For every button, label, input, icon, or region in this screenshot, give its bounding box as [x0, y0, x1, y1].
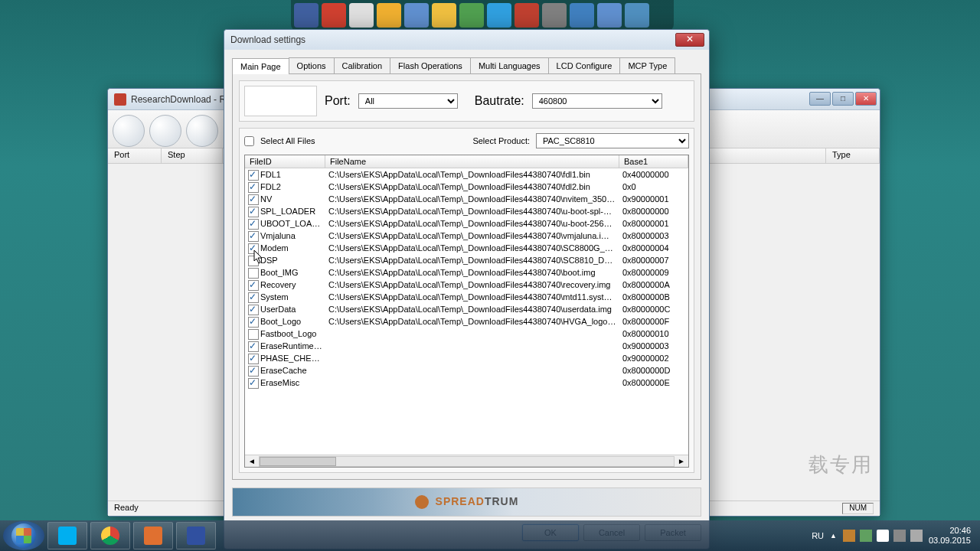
- row-checkbox[interactable]: [248, 194, 259, 205]
- row-filename: [325, 328, 619, 340]
- table-row[interactable]: EraseCache0x8000000D: [245, 364, 688, 377]
- tray-arrow-icon[interactable]: ▲: [830, 532, 837, 540]
- dock-item-10[interactable]: [570, 3, 594, 28]
- dock-item-1[interactable]: [322, 3, 346, 28]
- table-row[interactable]: PHASE_CHECK0x90000002: [245, 352, 688, 364]
- row-fileid: Modem: [260, 243, 289, 253]
- scroll-thumb[interactable]: [260, 457, 336, 466]
- tab-lcd-configure[interactable]: LCD Configure: [548, 57, 621, 73]
- row-checkbox[interactable]: [248, 378, 259, 389]
- tray-icon-2[interactable]: [860, 530, 872, 542]
- taskbar-chrome[interactable]: [90, 522, 130, 549]
- dock-item-11[interactable]: [597, 3, 622, 28]
- taskbar-app2[interactable]: [176, 522, 216, 549]
- clock-time: 20:46: [929, 526, 971, 536]
- table-row[interactable]: VmjalunaC:\Users\EKS\AppData\Local\Temp\…: [245, 230, 688, 242]
- settings-gear-icon[interactable]: [113, 115, 145, 147]
- col-step[interactable]: Step: [162, 148, 223, 163]
- tab-flash-operations[interactable]: Flash Operations: [390, 57, 471, 73]
- port-select[interactable]: All: [358, 93, 458, 109]
- table-row[interactable]: NVC:\Users\EKS\AppData\Local\Temp\_Downl…: [245, 193, 688, 205]
- col-port[interactable]: Port: [108, 148, 162, 163]
- tray-network-icon[interactable]: [893, 530, 906, 542]
- tab-calibration[interactable]: Calibration: [334, 57, 391, 73]
- table-row[interactable]: SystemC:\Users\EKS\AppData\Local\Temp\_D…: [245, 291, 688, 303]
- start-button[interactable]: [3, 521, 44, 550]
- row-base: 0x90000001: [619, 193, 688, 205]
- dock-item-7[interactable]: [487, 3, 511, 28]
- row-fileid: EraseCache: [260, 366, 307, 375]
- product-select[interactable]: PAC_SC8810: [536, 133, 689, 148]
- row-base: 0x8000000E: [619, 377, 688, 389]
- config-gear-icon[interactable]: [149, 115, 181, 147]
- header-fileid[interactable]: FileID: [245, 155, 325, 168]
- row-checkbox[interactable]: [248, 366, 259, 377]
- dock-item-8[interactable]: [514, 3, 539, 28]
- table-row[interactable]: Fastboot_Logo0x80000010: [245, 328, 688, 340]
- tray-flag-icon[interactable]: [877, 530, 889, 542]
- table-row[interactable]: RecoveryC:\Users\EKS\AppData\Local\Temp\…: [245, 279, 688, 291]
- close-button[interactable]: ✕: [855, 92, 877, 106]
- tab-main-page[interactable]: Main Page: [232, 58, 289, 74]
- row-checkbox[interactable]: [248, 292, 259, 303]
- tray-icon-1[interactable]: [843, 530, 855, 542]
- preview-box: [244, 86, 317, 116]
- table-row[interactable]: EraseMisc0x8000000E: [245, 377, 688, 389]
- table-row[interactable]: Boot_IMGC:\Users\EKS\AppData\Local\Temp\…: [245, 266, 688, 279]
- minimize-button[interactable]: —: [809, 92, 831, 106]
- row-checkbox[interactable]: [248, 268, 259, 279]
- table-row[interactable]: EraseRuntimeNV0x90000003: [245, 340, 688, 352]
- row-checkbox[interactable]: [248, 256, 259, 266]
- table-row[interactable]: UBOOT_LOADERC:\Users\EKS\AppData\Local\T…: [245, 217, 688, 230]
- play-icon[interactable]: [186, 115, 218, 147]
- baudrate-select[interactable]: 460800: [532, 93, 662, 109]
- table-row[interactable]: SPL_LOADERC:\Users\EKS\AppData\Local\Tem…: [245, 205, 688, 217]
- tab-options[interactable]: Options: [289, 57, 335, 73]
- header-filename[interactable]: FileName: [325, 155, 619, 168]
- dock-item-6[interactable]: [459, 3, 484, 28]
- clock[interactable]: 20:46 03.09.2015: [929, 526, 971, 546]
- horizontal-scrollbar[interactable]: ◄ ►: [245, 455, 688, 467]
- table-row[interactable]: FDL2C:\Users\EKS\AppData\Local\Temp\_Dow…: [245, 181, 688, 193]
- tab-multi-languages[interactable]: Multi Languages: [470, 57, 549, 73]
- header-base[interactable]: Base1: [619, 155, 688, 168]
- row-checkbox[interactable]: [248, 317, 259, 328]
- taskbar-app1[interactable]: [133, 522, 173, 549]
- dock-item-12[interactable]: [625, 3, 649, 28]
- table-row[interactable]: Boot_LogoC:\Users\EKS\AppData\Local\Temp…: [245, 315, 688, 328]
- table-row[interactable]: DSPC:\Users\EKS\AppData\Local\Temp\_Down…: [245, 254, 688, 266]
- scroll-right-icon[interactable]: ►: [676, 457, 687, 465]
- col-type[interactable]: Type: [826, 148, 880, 163]
- dock-item-4[interactable]: [404, 3, 429, 28]
- row-checkbox[interactable]: [248, 280, 259, 291]
- row-checkbox[interactable]: [248, 354, 259, 364]
- lang-indicator[interactable]: RU: [812, 531, 824, 540]
- row-checkbox[interactable]: [248, 182, 259, 193]
- table-header: FileID FileName Base1: [245, 155, 688, 168]
- dock-item-9[interactable]: [542, 3, 567, 28]
- dock-item-2[interactable]: [349, 3, 374, 28]
- row-checkbox[interactable]: [248, 170, 259, 181]
- row-checkbox[interactable]: [248, 243, 259, 254]
- row-checkbox[interactable]: [248, 231, 259, 242]
- tray-volume-icon[interactable]: [910, 530, 923, 542]
- dialog-titlebar[interactable]: Download settings ✕: [224, 30, 709, 50]
- row-checkbox[interactable]: [248, 207, 259, 217]
- dock-item-3[interactable]: [377, 3, 401, 28]
- select-all-checkbox[interactable]: [244, 136, 254, 146]
- table-row[interactable]: ModemC:\Users\EKS\AppData\Local\Temp\_Do…: [245, 242, 688, 254]
- maximize-button[interactable]: □: [832, 92, 854, 106]
- tab-mcp-type[interactable]: MCP Type: [619, 57, 675, 73]
- table-row[interactable]: UserDataC:\Users\EKS\AppData\Local\Temp\…: [245, 303, 688, 315]
- row-checkbox[interactable]: [248, 305, 259, 315]
- table-row[interactable]: FDL1C:\Users\EKS\AppData\Local\Temp\_Dow…: [245, 168, 688, 181]
- dock-item-0[interactable]: [294, 3, 318, 28]
- taskbar-skype[interactable]: [47, 522, 87, 549]
- scroll-left-icon[interactable]: ◄: [247, 457, 257, 465]
- row-fileid: Vmjaluna: [260, 231, 296, 240]
- dock-item-5[interactable]: [432, 3, 456, 28]
- row-checkbox[interactable]: [248, 329, 259, 340]
- row-checkbox[interactable]: [248, 219, 259, 230]
- row-checkbox[interactable]: [248, 341, 259, 352]
- close-icon[interactable]: ✕: [675, 33, 704, 47]
